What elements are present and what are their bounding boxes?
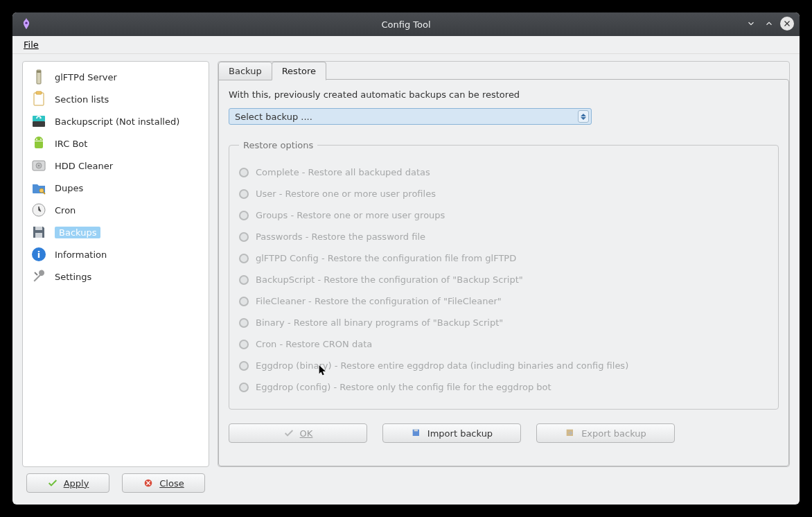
folder-search-icon	[30, 179, 48, 197]
restore-option: User - Restore one or more user profiles	[239, 183, 768, 204]
sidebar-item-label: glFTPd Server	[55, 72, 117, 82]
restore-option: glFTPD Config - Restore the configuratio…	[239, 247, 768, 269]
svg-text:i: i	[37, 249, 40, 260]
ok-button: OK	[229, 423, 367, 443]
sidebar-item-label: Section lists	[55, 94, 109, 105]
svg-rect-14	[35, 227, 42, 230]
svg-point-7	[36, 139, 37, 140]
dropdown-spinner-icon[interactable]	[578, 110, 589, 123]
radio-icon	[239, 168, 249, 177]
restore-option: Eggdrop (binary) - Restore entire eggdro…	[239, 355, 768, 376]
restore-option: FileCleaner - Restore the configuration …	[239, 290, 768, 312]
close-window-button[interactable]	[780, 17, 794, 30]
drive-sync-icon	[30, 112, 48, 130]
window: Config Tool File glFTPd Server Section l…	[12, 12, 800, 505]
titlebar: Config Tool	[12, 12, 800, 36]
window-title: Config Tool	[381, 19, 430, 30]
menubar: File	[12, 36, 800, 54]
svg-point-8	[40, 139, 42, 140]
svg-point-0	[25, 22, 27, 24]
restore-option-label: Binary - Restore all binary programs of …	[256, 317, 503, 328]
sidebar-item-backupscript[interactable]: Backupscript (Not installed)	[26, 110, 206, 132]
svg-rect-19	[414, 430, 418, 432]
restore-option: Binary - Restore all binary programs of …	[239, 312, 768, 333]
radio-icon	[239, 318, 249, 328]
import-backup-button[interactable]: Import backup	[382, 423, 521, 443]
minimize-button[interactable]	[744, 17, 758, 30]
import-icon	[411, 428, 422, 439]
check-icon	[283, 428, 294, 439]
sidebar-item-dupes[interactable]: Dupes	[26, 177, 206, 199]
clipboard-icon	[30, 90, 48, 108]
restore-options-group: Restore options Complete - Restore all b…	[229, 140, 779, 410]
footer: Apply Close	[12, 467, 800, 499]
sidebar-item-settings[interactable]: Settings	[26, 265, 206, 288]
android-icon	[30, 134, 48, 152]
restore-option-label: Cron - Restore CRON data	[256, 339, 372, 349]
radio-icon	[239, 297, 249, 306]
tab-content-restore: With this, previously created automatic …	[218, 79, 789, 466]
sidebar-item-label: IRC Bot	[55, 139, 87, 149]
info-icon: i	[30, 245, 48, 263]
svg-rect-4	[36, 91, 42, 94]
restore-option-label: Passwords - Restore the password file	[256, 231, 425, 242]
radio-icon	[239, 211, 249, 220]
select-backup-dropdown[interactable]: Select backup ....	[229, 108, 592, 125]
restore-option-label: Eggdrop (config) - Restore only the conf…	[256, 382, 551, 392]
svg-rect-5	[33, 121, 45, 127]
radio-icon	[239, 340, 249, 349]
hdd-icon	[30, 157, 48, 175]
radio-icon	[239, 275, 249, 285]
restore-option-label: Eggdrop (binary) - Restore entire eggdro…	[256, 360, 628, 371]
sidebar-item-cron[interactable]: Cron	[26, 199, 206, 221]
radio-icon	[239, 189, 249, 199]
svg-rect-3	[34, 93, 44, 105]
radio-icon	[239, 383, 249, 392]
sidebar-item-ircbot[interactable]: IRC Bot	[26, 132, 206, 155]
sidebar-item-glftpd[interactable]: glFTPd Server	[26, 66, 206, 88]
restore-option-label: glFTPD Config - Restore the configuratio…	[256, 253, 516, 263]
tab-backup[interactable]: Backup	[218, 62, 272, 80]
sidebar-item-label: HDD Cleaner	[55, 161, 113, 171]
check-icon	[47, 477, 58, 489]
app-icon	[19, 17, 33, 30]
main-panel: Backup Restore With this, previously cre…	[218, 61, 790, 467]
sidebar-item-label: Cron	[55, 205, 76, 216]
tab-restore[interactable]: Restore	[272, 62, 326, 80]
sidebar-item-hddcleaner[interactable]: HDD Cleaner	[26, 155, 206, 177]
tab-bar: Backup Restore	[218, 61, 789, 80]
svg-rect-2	[37, 71, 41, 73]
server-icon	[30, 68, 48, 86]
apply-button[interactable]: Apply	[26, 473, 109, 493]
svg-point-11	[38, 165, 39, 166]
sidebar-item-label: Settings	[55, 272, 91, 282]
restore-option: Complete - Restore all backuped datas	[239, 161, 768, 183]
radio-icon	[239, 254, 249, 263]
restore-option-label: BackupScript - Restore the configuration…	[256, 274, 523, 285]
restore-option: Cron - Restore CRON data	[239, 333, 768, 355]
maximize-button[interactable]	[762, 17, 776, 30]
clock-icon	[30, 201, 48, 219]
sidebar-item-backups[interactable]: Backups	[26, 221, 206, 243]
sidebar-item-information[interactable]: i Information	[26, 243, 206, 265]
sidebar: glFTPd Server Section lists Backupscript…	[22, 61, 209, 467]
restore-option: Groups - Restore one or more user groups	[239, 204, 768, 226]
restore-option-label: User - Restore one or more user profiles	[256, 189, 436, 199]
restore-options-legend: Restore options	[239, 140, 317, 150]
sidebar-item-label: Backupscript (Not installed)	[55, 116, 179, 127]
sidebar-item-sections[interactable]: Section lists	[26, 88, 206, 110]
wrench-icon	[30, 268, 48, 286]
radio-icon	[239, 232, 249, 242]
svg-rect-15	[35, 233, 42, 238]
sidebar-item-label: Dupes	[55, 183, 83, 193]
description-text: With this, previously created automatic …	[229, 89, 779, 100]
restore-option-label: Groups - Restore one or more user groups	[256, 210, 445, 220]
sidebar-item-label: Information	[55, 249, 107, 260]
restore-option-label: Complete - Restore all backuped datas	[256, 167, 430, 177]
restore-option-label: FileCleaner - Restore the configuration …	[256, 296, 502, 306]
menu-file[interactable]: File	[19, 38, 43, 51]
radio-icon	[239, 361, 249, 371]
export-icon	[565, 428, 576, 439]
floppy-icon	[30, 223, 48, 241]
close-button[interactable]: Close	[122, 473, 205, 493]
